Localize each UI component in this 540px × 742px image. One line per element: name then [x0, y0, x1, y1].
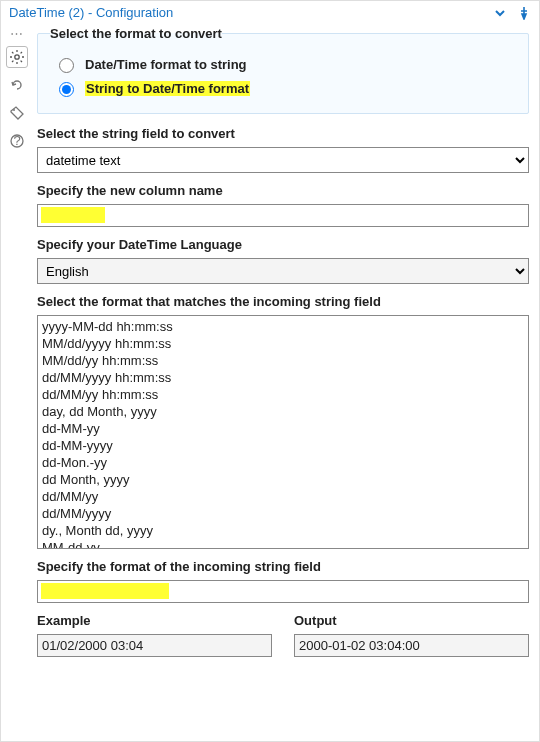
field-select-label: Select the string field to convert: [37, 126, 529, 141]
svg-line-6: [21, 61, 22, 62]
format-list-label: Select the format that matches the incom…: [37, 294, 529, 309]
language-select[interactable]: English: [37, 258, 529, 284]
radio-dt-to-string[interactable]: Date/Time format to string: [54, 55, 516, 73]
conversion-direction-group: Select the format to convert Date/Time f…: [37, 26, 529, 114]
list-item[interactable]: dy., Month dd, yyyy: [42, 522, 524, 539]
svg-point-0: [15, 55, 19, 59]
list-item[interactable]: MM/dd/yy hh:mm:ss: [42, 352, 524, 369]
language-label: Specify your DateTime Language: [37, 237, 529, 252]
svg-text:?: ?: [13, 133, 20, 148]
radio-string-to-dt-input[interactable]: [59, 82, 74, 97]
list-item[interactable]: dd Month, yyyy: [42, 471, 524, 488]
list-item[interactable]: dd/MM/yy hh:mm:ss: [42, 386, 524, 403]
output-input: [294, 634, 529, 657]
field-select[interactable]: datetime text: [37, 147, 529, 173]
panel-header: DateTime (2) - Configuration: [1, 1, 539, 24]
list-item[interactable]: day, dd Month, yyyy: [42, 403, 524, 420]
svg-line-8: [21, 52, 22, 53]
new-column-label: Specify the new column name: [37, 183, 529, 198]
list-item[interactable]: dd/MM/yyyy hh:mm:ss: [42, 369, 524, 386]
list-item[interactable]: dd-MM-yyyy: [42, 437, 524, 454]
list-item[interactable]: dd/MM/yyyy: [42, 505, 524, 522]
example-input: [37, 634, 272, 657]
refresh-icon[interactable]: [7, 75, 27, 95]
format-listbox[interactable]: yyyy-MM-dd hh:mm:ssMM/dd/yyyy hh:mm:ssMM…: [37, 315, 529, 549]
config-panel: Select the format to convert Date/Time f…: [33, 24, 539, 738]
svg-line-7: [12, 61, 13, 62]
svg-line-5: [12, 52, 13, 53]
pin-icon[interactable]: [517, 6, 531, 20]
list-item[interactable]: yyyy-MM-dd hh:mm:ss: [42, 318, 524, 335]
radio-dt-to-string-input[interactable]: [59, 58, 74, 73]
gear-icon[interactable]: [7, 47, 27, 67]
specify-format-input[interactable]: [37, 580, 529, 603]
radio-string-to-dt-label: String to Date/Time format: [85, 81, 250, 96]
radio-dt-to-string-label: Date/Time format to string: [85, 57, 247, 72]
list-item[interactable]: MM/dd/yyyy hh:mm:ss: [42, 335, 524, 352]
collapse-icon[interactable]: [493, 6, 507, 20]
output-label: Output: [294, 613, 529, 628]
grip-icon[interactable]: ⋯: [10, 26, 25, 41]
list-item[interactable]: dd-MM-yy: [42, 420, 524, 437]
list-item[interactable]: MM-dd-yy: [42, 539, 524, 549]
radio-string-to-dt[interactable]: String to Date/Time format: [54, 79, 516, 97]
list-item[interactable]: dd-Mon.-yy: [42, 454, 524, 471]
tag-icon[interactable]: [7, 103, 27, 123]
list-item[interactable]: dd/MM/yy: [42, 488, 524, 505]
sidebar: ⋯ ?: [1, 24, 33, 738]
group-legend: Select the format to convert: [50, 26, 222, 41]
specify-format-label: Specify the format of the incoming strin…: [37, 559, 529, 574]
example-label: Example: [37, 613, 272, 628]
svg-point-9: [13, 109, 15, 111]
panel-title: DateTime (2) - Configuration: [9, 5, 173, 20]
help-icon[interactable]: ?: [7, 131, 27, 151]
new-column-input[interactable]: [37, 204, 529, 227]
